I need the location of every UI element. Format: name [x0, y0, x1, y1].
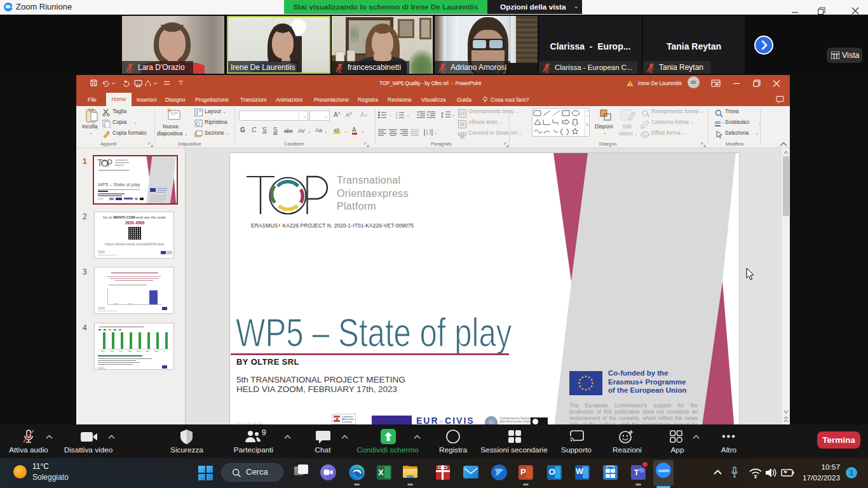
svg-text:3: 3 — [396, 116, 398, 119]
